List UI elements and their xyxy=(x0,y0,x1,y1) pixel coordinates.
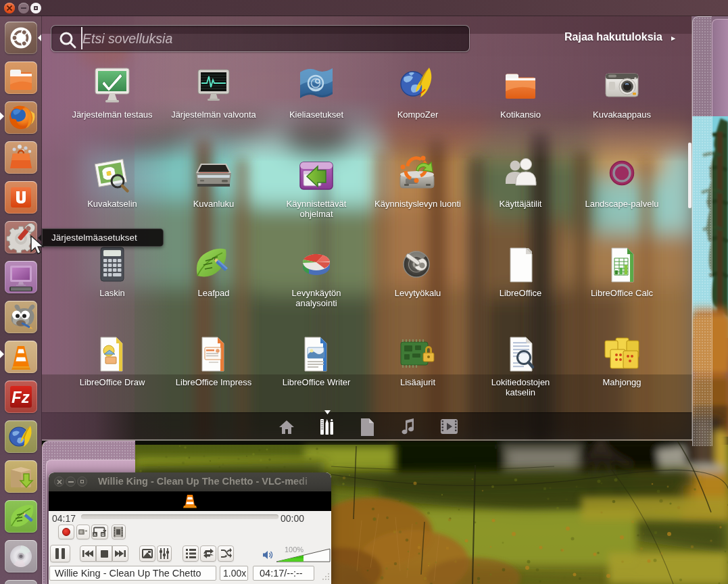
svg-text:B: B xyxy=(101,533,105,537)
svg-text:A: A xyxy=(93,533,97,537)
svg-text:Fz: Fz xyxy=(11,388,30,406)
